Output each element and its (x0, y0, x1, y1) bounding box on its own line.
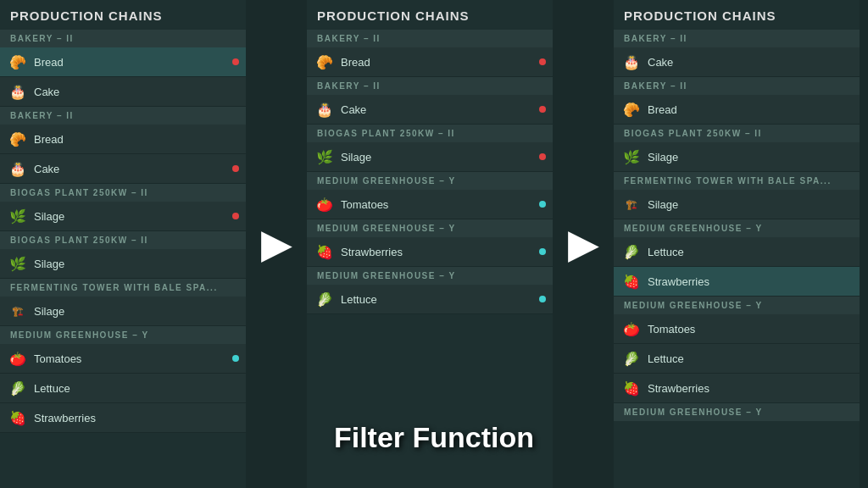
list-item[interactable]: 🍅 Tomatoes (307, 190, 553, 219)
list-item[interactable]: 🥬 Lettuce (307, 285, 553, 314)
cake-icon: 🎂 (315, 100, 334, 119)
section-header: BAKERY – II (614, 30, 860, 47)
list-item[interactable]: 🥬 Lettuce (614, 237, 860, 267)
panel-3-title: PRODUCTION CHAINS (614, 0, 860, 30)
panel-2-title: PRODUCTION CHAINS (307, 0, 553, 30)
cake-icon: 🎂 (8, 82, 27, 101)
list-item[interactable]: 🥬 Lettuce (0, 374, 246, 403)
tomato-icon: 🍅 (315, 195, 334, 214)
strawberry-icon: 🍓 (315, 242, 334, 261)
section-header: BIOGAS PLANT 250KW – II (0, 231, 246, 249)
arrow-2-container: ▶ (553, 0, 614, 488)
strawberry-icon: 🍓 (622, 379, 641, 397)
list-item[interactable]: 🥬 Lettuce (614, 344, 860, 374)
arrow-1-icon: ▶ (261, 224, 292, 264)
section-header: BAKERY – II (307, 30, 553, 47)
section-header: BIOGAS PLANT 250KW – II (614, 125, 860, 142)
section-header: MEDIUM GREENHOUSE – Y (0, 326, 246, 344)
section-header: BIOGAS PLANT 250KW – II (0, 184, 246, 202)
dot-cyan (232, 355, 239, 362)
list-item[interactable]: 🍅 Tomatoes (0, 344, 246, 374)
list-item[interactable]: 🏗️ Silage (0, 297, 246, 326)
bread-icon: 🥐 (8, 130, 27, 148)
lettuce-icon: 🥬 (315, 290, 334, 308)
strawberry-icon: 🍓 (8, 408, 27, 427)
list-item[interactable]: 🥐 Bread (0, 125, 246, 154)
list-item[interactable]: 🌿 Silage (614, 142, 860, 172)
dot-red (232, 213, 239, 219)
dot-cyan (539, 248, 546, 255)
bread-icon: 🥐 (622, 100, 641, 119)
panel-2: PRODUCTION CHAINS BAKERY – II 🥐 Bread BA… (307, 0, 553, 488)
panel-3: PRODUCTION CHAINS BAKERY – II 🎂 Cake BAK… (614, 0, 860, 488)
list-item[interactable]: 🎂 Cake (0, 77, 246, 107)
list-item[interactable]: 🥐 Bread (614, 95, 860, 125)
list-item[interactable]: 🌿 Silage (0, 202, 246, 231)
cake-icon: 🎂 (8, 159, 27, 178)
dot-red (539, 58, 546, 65)
silage-tower-icon: 🏗️ (622, 195, 641, 214)
dot-red (232, 58, 239, 65)
silage-tower-icon: 🏗️ (8, 302, 27, 320)
list-item[interactable]: 🌿 Silage (0, 249, 246, 279)
list-item[interactable]: 🌿 Silage (307, 142, 553, 172)
section-header: MEDIUM GREENHOUSE – Y (307, 219, 553, 237)
main-layout: PRODUCTION CHAINS BAKERY – II 🥐 Bread 🎂 … (0, 0, 868, 488)
panel-1-title: PRODUCTION CHAINS (0, 0, 246, 30)
section-header-fermenting: FERMENTING TOWER WITH BALE SPA... (614, 172, 860, 190)
bread-icon: 🥐 (8, 53, 27, 71)
section-header: BIOGAS PLANT 250KW – II (307, 125, 553, 142)
list-item[interactable]: 🍓 Strawberries (0, 403, 246, 433)
filter-function-label: Filter Function (334, 421, 534, 453)
list-item[interactable]: 🎂 Cake (614, 47, 860, 77)
list-item[interactable]: 🎂 Cake (0, 154, 246, 184)
lettuce-icon: 🥬 (8, 379, 27, 397)
tomato-icon: 🍅 (8, 349, 27, 368)
dot-red (232, 165, 239, 172)
silage-icon: 🌿 (315, 147, 334, 166)
section-header: MEDIUM GREENHOUSE – Y (307, 172, 553, 190)
list-item[interactable]: 🍓 Strawberries (614, 267, 860, 297)
section-header: MEDIUM GREENHOUSE – Y (614, 403, 860, 421)
list-item[interactable]: 🍓 Strawberries (307, 237, 553, 267)
strawberry-icon: 🍓 (622, 272, 641, 291)
dot-red (539, 106, 546, 113)
arrow-1-container: ▶ (246, 0, 307, 488)
silage-icon: 🌿 (8, 207, 27, 225)
list-item[interactable]: 🥐 Bread (307, 47, 553, 77)
panel-1: PRODUCTION CHAINS BAKERY – II 🥐 Bread 🎂 … (0, 0, 246, 488)
silage-icon: 🌿 (622, 147, 641, 166)
section-header: MEDIUM GREENHOUSE – Y (307, 267, 553, 285)
section-header: BAKERY – II (0, 30, 246, 47)
section-header: BAKERY – II (614, 77, 860, 95)
section-header: MEDIUM GREENHOUSE – Y (614, 297, 860, 314)
section-header: BAKERY – II (307, 77, 553, 95)
list-item[interactable]: 🥐 Bread (0, 47, 246, 77)
section-header: BAKERY – II (0, 107, 246, 125)
section-header-fermenting: FERMENTING TOWER WITH BALE SPA... (0, 279, 246, 297)
dot-cyan (539, 296, 546, 302)
tomato-icon: 🍅 (622, 319, 641, 338)
list-item[interactable]: 🏗️ Silage (614, 190, 860, 219)
list-item[interactable]: 🎂 Cake (307, 95, 553, 125)
arrow-2-icon: ▶ (568, 224, 599, 264)
bread-icon: 🥐 (315, 53, 334, 71)
list-item[interactable]: 🍅 Tomatoes (614, 314, 860, 344)
cake-icon: 🎂 (622, 53, 641, 71)
list-item[interactable]: 🍓 Strawberries (614, 374, 860, 403)
dot-cyan (539, 201, 546, 208)
dot-red (539, 153, 546, 160)
section-header: MEDIUM GREENHOUSE – Y (614, 219, 860, 237)
lettuce-icon: 🥬 (622, 349, 641, 368)
silage-icon: 🌿 (8, 254, 27, 273)
lettuce-icon: 🥬 (622, 242, 641, 261)
